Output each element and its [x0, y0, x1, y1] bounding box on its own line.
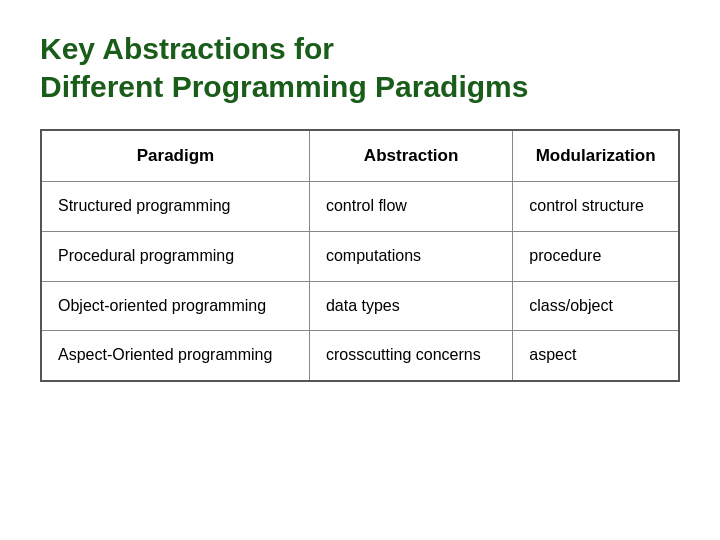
col-header-paradigm: Paradigm — [41, 130, 309, 182]
table-row: Aspect-Oriented programmingcrosscutting … — [41, 331, 679, 381]
cell-paradigm-2: Object-oriented programming — [41, 281, 309, 331]
table-row: Object-oriented programmingdata typescla… — [41, 281, 679, 331]
cell-abstraction-3: crosscutting concerns — [309, 331, 512, 381]
cell-modularization-1: procedure — [513, 231, 679, 281]
table-row: Structured programmingcontrol flowcontro… — [41, 182, 679, 232]
cell-paradigm-3: Aspect-Oriented programming — [41, 331, 309, 381]
col-header-abstraction: Abstraction — [309, 130, 512, 182]
cell-modularization-2: class/object — [513, 281, 679, 331]
cell-modularization-0: control structure — [513, 182, 679, 232]
cell-abstraction-2: data types — [309, 281, 512, 331]
cell-paradigm-1: Procedural programming — [41, 231, 309, 281]
paradigms-table: Paradigm Abstraction Modularization Stru… — [40, 129, 680, 382]
cell-abstraction-0: control flow — [309, 182, 512, 232]
cell-paradigm-0: Structured programming — [41, 182, 309, 232]
table-row: Procedural programmingcomputationsproced… — [41, 231, 679, 281]
col-header-modularization: Modularization — [513, 130, 679, 182]
table-header-row: Paradigm Abstraction Modularization — [41, 130, 679, 182]
page-title: Key Abstractions for Different Programmi… — [40, 30, 680, 105]
cell-abstraction-1: computations — [309, 231, 512, 281]
cell-modularization-3: aspect — [513, 331, 679, 381]
